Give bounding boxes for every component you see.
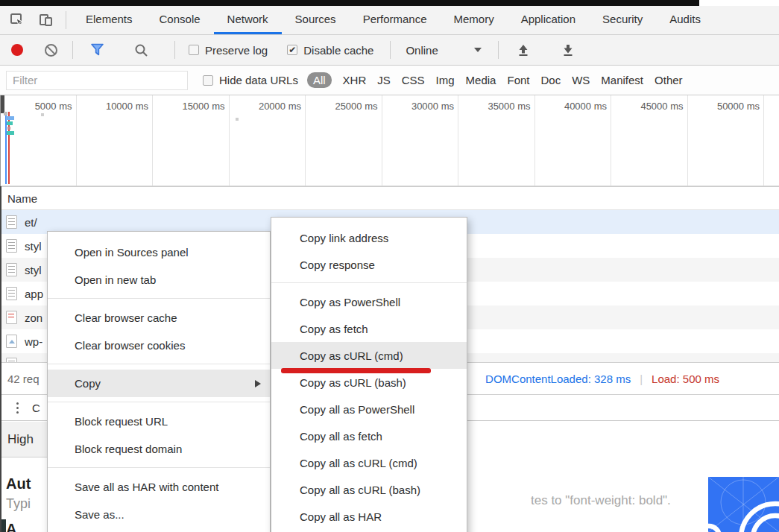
filter-icon[interactable] bbox=[89, 42, 106, 58]
request-type-filters: All XHR JS CSS Img Media Font Doc WS Man… bbox=[298, 72, 683, 88]
type-filter[interactable]: JS bbox=[377, 74, 391, 86]
devtools-tab[interactable]: Audits bbox=[656, 6, 714, 34]
devtools-tab[interactable]: Elements bbox=[72, 6, 146, 34]
submenu-item[interactable]: Copy all as PowerShell bbox=[271, 396, 467, 422]
inspect-element-icon[interactable] bbox=[9, 12, 25, 28]
type-filter[interactable]: WS bbox=[572, 74, 590, 86]
devtools-tab-label: Console bbox=[160, 13, 201, 25]
menu-item-label: Clear browser cache bbox=[75, 311, 177, 324]
kebab-menu-icon[interactable] bbox=[16, 402, 19, 414]
devtools-tabs: Elements Console Network Sources Perform… bbox=[72, 6, 714, 34]
submenu-item[interactable]: Copy as fetch bbox=[271, 315, 467, 342]
menu-separator bbox=[48, 402, 270, 402]
throttling-dropdown[interactable]: Online bbox=[406, 44, 481, 57]
devtools-tab-label: Memory bbox=[454, 13, 494, 25]
request-name: styl bbox=[25, 240, 42, 253]
drawer-tab-fragment[interactable]: C bbox=[32, 402, 40, 414]
type-filter[interactable]: All bbox=[307, 72, 332, 88]
context-menu-item[interactable]: Save as... bbox=[48, 501, 270, 528]
context-menu-item[interactable]: Block request domain bbox=[48, 435, 270, 463]
import-har-icon[interactable] bbox=[515, 42, 532, 58]
record-button[interactable] bbox=[11, 44, 23, 56]
devtools-tab[interactable]: Console bbox=[146, 6, 214, 34]
disable-cache-checkbox[interactable]: Disable cache bbox=[287, 44, 373, 57]
devtools-tab-label: Elements bbox=[86, 13, 133, 25]
devtools-tab-label: Performance bbox=[363, 13, 427, 25]
network-overview[interactable]: 5000 ms 10000 ms 15000 ms 20000 ms 25000… bbox=[0, 95, 779, 186]
requests-summary: 42 req bbox=[0, 373, 40, 385]
context-menu-item[interactable]: Copy bbox=[48, 370, 270, 397]
type-filter[interactable]: Font bbox=[507, 74, 529, 86]
menu-item-label: Clear browser cookies bbox=[75, 339, 185, 352]
checkbox-unchecked-icon bbox=[189, 45, 199, 55]
type-filter[interactable]: Other bbox=[655, 74, 683, 86]
menu-item-label: Copy response bbox=[300, 259, 375, 271]
preserve-log-label: Preserve log bbox=[205, 44, 268, 57]
menu-item-label: Copy as PowerShell bbox=[300, 296, 400, 308]
export-har-icon[interactable] bbox=[560, 42, 576, 58]
devtools-tab-label: Network bbox=[227, 13, 268, 25]
type-filter[interactable]: Img bbox=[436, 74, 455, 86]
devtools-tab[interactable]: Performance bbox=[350, 6, 441, 34]
context-menu-item[interactable]: Open in new tab bbox=[48, 266, 270, 294]
type-filter[interactable]: XHR bbox=[343, 74, 367, 86]
timeline-tick: 25000 ms bbox=[306, 95, 382, 186]
menu-item-label: Copy as cURL (cmd) bbox=[300, 349, 403, 362]
devtools-tab[interactable]: Network bbox=[214, 6, 282, 34]
submenu-item[interactable]: Copy all as fetch bbox=[271, 422, 467, 449]
context-menu-item[interactable]: Block request URL bbox=[48, 408, 270, 435]
menu-separator bbox=[48, 364, 270, 364]
waterfall-dot bbox=[236, 118, 239, 121]
devtools-tab[interactable]: Sources bbox=[282, 6, 350, 34]
submenu-item[interactable]: Copy all as cURL (cmd) bbox=[271, 449, 467, 476]
search-icon[interactable] bbox=[133, 42, 149, 58]
devtools-tab[interactable]: Application bbox=[508, 6, 589, 34]
type-filter[interactable]: Doc bbox=[540, 74, 561, 86]
menu-item-label: Copy link address bbox=[300, 232, 388, 244]
request-name: et/ bbox=[25, 216, 37, 229]
hide-data-urls-label: Hide data URLs bbox=[219, 74, 298, 86]
submenu-item[interactable]: Copy as cURL (cmd) bbox=[271, 342, 467, 369]
context-menu: Open in Sources panel Open in new tab Cl… bbox=[47, 231, 271, 532]
timeline-tick: 50000 ms bbox=[688, 95, 765, 186]
submenu-item[interactable]: Copy all as HAR bbox=[271, 503, 467, 530]
devtools-tab[interactable]: Memory bbox=[441, 6, 508, 34]
submenu-item[interactable]: Copy all as cURL (bash) bbox=[271, 476, 467, 503]
hide-data-urls-checkbox[interactable]: Hide data URLs bbox=[203, 74, 298, 86]
filter-input[interactable] bbox=[6, 71, 188, 90]
submenu-item[interactable]: Copy response bbox=[271, 251, 467, 278]
request-name: styl bbox=[25, 264, 42, 276]
file-type-icon bbox=[6, 215, 17, 229]
type-filter[interactable]: Media bbox=[466, 74, 496, 86]
timeline-tick: 40000 ms bbox=[535, 95, 612, 186]
device-toolbar-icon[interactable] bbox=[37, 12, 54, 28]
name-column-header[interactable]: Name bbox=[0, 186, 779, 210]
devtools-tab[interactable]: Security bbox=[589, 6, 656, 34]
throttling-value: Online bbox=[406, 44, 438, 57]
waterfall-dot bbox=[41, 113, 44, 116]
clear-icon[interactable] bbox=[42, 42, 59, 58]
devtools-tab-label: Sources bbox=[295, 13, 336, 25]
menu-item-label: Save as... bbox=[75, 508, 124, 521]
file-type-icon bbox=[6, 263, 17, 276]
menu-item-label: Copy all as HAR bbox=[300, 510, 382, 523]
preserve-log-checkbox[interactable]: Preserve log bbox=[189, 44, 268, 57]
menu-item-label: Copy as cURL (bash) bbox=[300, 376, 406, 389]
type-filter[interactable]: CSS bbox=[402, 74, 425, 86]
type-filter[interactable]: Manifest bbox=[601, 74, 643, 86]
toolbar-divider bbox=[72, 41, 73, 59]
status-divider: | bbox=[640, 373, 643, 385]
page-text-fragment: Typi bbox=[6, 496, 31, 512]
context-menu-item[interactable]: Clear browser cache bbox=[48, 304, 270, 332]
submenu-item[interactable]: Copy link address bbox=[271, 224, 467, 251]
devtools-tab-label: Audits bbox=[669, 13, 701, 25]
submenu-item[interactable]: Copy as PowerShell bbox=[271, 288, 467, 315]
context-menu-item[interactable]: Save all as HAR with content bbox=[48, 473, 270, 501]
context-menu-item[interactable]: Open in Sources panel bbox=[48, 238, 270, 266]
file-type-icon bbox=[6, 335, 17, 348]
timeline-tick: 20000 ms bbox=[230, 95, 306, 186]
timing-summary: DOMContentLoaded: 328 ms | Load: 500 ms bbox=[485, 373, 719, 385]
request-name: app bbox=[25, 288, 43, 300]
menu-separator bbox=[48, 298, 270, 299]
context-menu-item[interactable]: Clear browser cookies bbox=[48, 332, 270, 359]
